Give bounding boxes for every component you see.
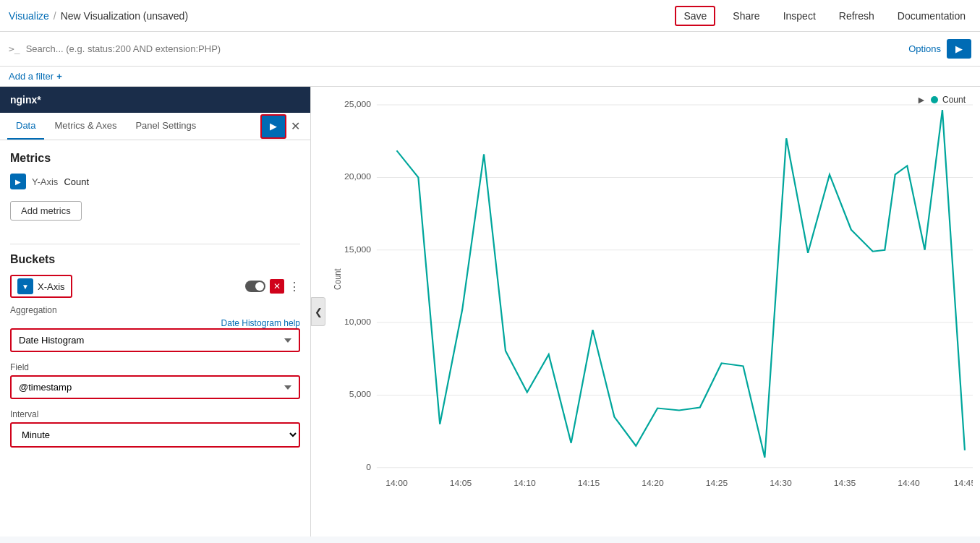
chart-area: ❮ ► Count 25,000 20,000 15,000 10,000 5,…: [311, 87, 980, 536]
xaxis-label: X-Axis: [38, 281, 65, 292]
search-bar: >_ Options ▶: [0, 32, 980, 67]
xaxis-toggle-button[interactable]: ▼: [17, 278, 33, 294]
breadcrumb-visualize[interactable]: Visualize: [9, 10, 49, 22]
metrics-section: Metrics ▶ Y-Axis Count Add metrics: [10, 152, 300, 235]
search-prompt: >_: [9, 43, 20, 54]
field-group: Field @timestamp @version agent: [10, 362, 300, 399]
interval-group: Interval Minute Auto Second Hour Day: [10, 409, 300, 448]
aggregation-select[interactable]: Date Histogram Terms Filters Range: [10, 328, 300, 352]
breadcrumb-separator: /: [54, 10, 56, 22]
chart-svg-wrapper: 25,000 20,000 15,000 10,000 5,000 0 Coun…: [333, 94, 973, 515]
refresh-button[interactable]: Refresh: [833, 7, 880, 25]
chart-collapse-button[interactable]: ❮: [311, 297, 325, 326]
inspect-button[interactable]: Inspect: [777, 7, 822, 25]
panel-tabs: Data Metrics & Axes Panel Settings ▶ ✕: [0, 113, 310, 140]
svg-text:14:00: 14:00: [385, 478, 407, 487]
panel-body: Metrics ▶ Y-Axis Count Add metrics Bucke…: [0, 140, 310, 536]
chart-line: [397, 110, 965, 458]
svg-text:14:30: 14:30: [770, 478, 791, 487]
bucket-xaxis-inner: ▼ X-Axis: [10, 275, 72, 298]
metric-toggle-button[interactable]: ▶: [10, 174, 26, 189]
breadcrumb: Visualize / New Visualization (unsaved): [9, 10, 188, 22]
add-filter-button[interactable]: Add a filter +: [9, 71, 62, 82]
metrics-title: Metrics: [10, 152, 300, 165]
svg-text:25,000: 25,000: [344, 100, 371, 108]
field-select[interactable]: @timestamp @version agent: [10, 375, 300, 399]
top-bar: Visualize / New Visualization (unsaved) …: [0, 0, 980, 32]
apply-button[interactable]: ▶: [947, 39, 971, 59]
svg-text:20,000: 20,000: [344, 172, 371, 181]
add-metrics-container: Add metrics: [10, 197, 300, 235]
interval-label: Interval: [10, 409, 300, 419]
metric-axis-label: Y-Axis: [32, 176, 58, 187]
aggregation-help-link[interactable]: Date Histogram help: [221, 318, 300, 328]
buckets-title: Buckets: [10, 253, 300, 266]
svg-text:14:40: 14:40: [898, 478, 919, 487]
metric-item: ▶ Y-Axis Count: [10, 174, 300, 189]
svg-text:14:35: 14:35: [834, 478, 856, 487]
svg-text:15,000: 15,000: [344, 244, 371, 253]
add-metrics-button[interactable]: Add metrics: [10, 201, 82, 221]
search-input[interactable]: [26, 43, 903, 54]
left-panel: nginx* Data Metrics & Axes Panel Setting…: [0, 87, 311, 536]
documentation-button[interactable]: Documentation: [892, 7, 971, 25]
section-divider: [10, 244, 300, 244]
options-button[interactable]: Options: [908, 43, 941, 54]
metric-axis-value: Count: [64, 176, 89, 187]
aggregation-group: Aggregation Date Histogram help Date His…: [10, 305, 300, 352]
close-panel-button[interactable]: ✕: [288, 119, 303, 133]
share-button[interactable]: Share: [727, 7, 765, 25]
svg-text:14:10: 14:10: [514, 478, 535, 487]
tab-data[interactable]: Data: [7, 113, 44, 140]
svg-text:14:25: 14:25: [706, 478, 728, 487]
aggregation-label: Aggregation: [10, 305, 300, 315]
xaxis-delete-button[interactable]: ✕: [270, 279, 284, 294]
filter-bar: Add a filter +: [0, 67, 980, 87]
svg-text:5,000: 5,000: [349, 390, 371, 398]
xaxis-toggle-switch[interactable]: [245, 281, 265, 292]
svg-text:14:20: 14:20: [642, 478, 663, 487]
svg-text:14:15: 14:15: [578, 478, 600, 487]
main-content: nginx* Data Metrics & Axes Panel Setting…: [0, 87, 980, 536]
chart-svg: 25,000 20,000 15,000 10,000 5,000 0 Coun…: [333, 94, 973, 515]
svg-text:Count: Count: [333, 268, 342, 290]
svg-text:10,000: 10,000: [344, 317, 371, 326]
play-button[interactable]: ▶: [260, 114, 286, 139]
tab-panel-settings[interactable]: Panel Settings: [127, 113, 205, 140]
bucket-xaxis-row: ▼ X-Axis ✕ ⋮: [10, 275, 300, 298]
top-actions: Save Share Inspect Refresh Documentation: [675, 6, 971, 26]
interval-select[interactable]: Minute Auto Second Hour Day: [10, 422, 300, 448]
svg-text:14:05: 14:05: [450, 478, 472, 487]
index-pattern-label: nginx*: [10, 94, 41, 106]
tab-metrics-axes[interactable]: Metrics & Axes: [46, 113, 125, 140]
panel-header: nginx*: [0, 87, 310, 113]
save-button[interactable]: Save: [675, 6, 715, 26]
add-filter-icon: +: [56, 71, 62, 82]
svg-text:0: 0: [366, 462, 371, 471]
svg-text:14:45: 14:45: [954, 478, 973, 487]
breadcrumb-current: New Visualization (unsaved): [61, 10, 188, 22]
field-label: Field: [10, 362, 300, 372]
add-filter-label: Add a filter: [9, 71, 54, 82]
xaxis-more-button[interactable]: ⋮: [289, 280, 300, 294]
buckets-section: Buckets ▼ X-Axis ✕ ⋮ Aggregation: [10, 253, 300, 448]
